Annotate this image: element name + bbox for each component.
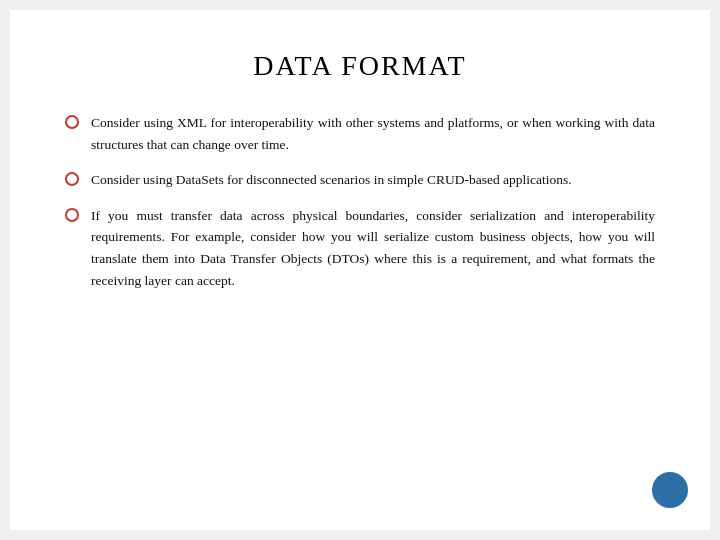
bullet-text-3: If you must transfer data across physica… xyxy=(91,205,655,291)
bullet-icon-3 xyxy=(65,208,79,222)
bullet-icon-2 xyxy=(65,172,79,186)
slide: Data Format Consider using XML for inter… xyxy=(10,10,710,530)
list-item: If you must transfer data across physica… xyxy=(65,205,655,291)
list-item: Consider using DataSets for disconnected… xyxy=(65,169,655,191)
slide-title: Data Format xyxy=(65,50,655,82)
bullet-icon-1 xyxy=(65,115,79,129)
list-item: Consider using XML for interoperability … xyxy=(65,112,655,155)
bullet-text-1: Consider using XML for interoperability … xyxy=(91,112,655,155)
circle-decoration xyxy=(652,472,688,508)
bullet-text-2: Consider using DataSets for disconnected… xyxy=(91,169,572,191)
bullet-list: Consider using XML for interoperability … xyxy=(65,112,655,291)
